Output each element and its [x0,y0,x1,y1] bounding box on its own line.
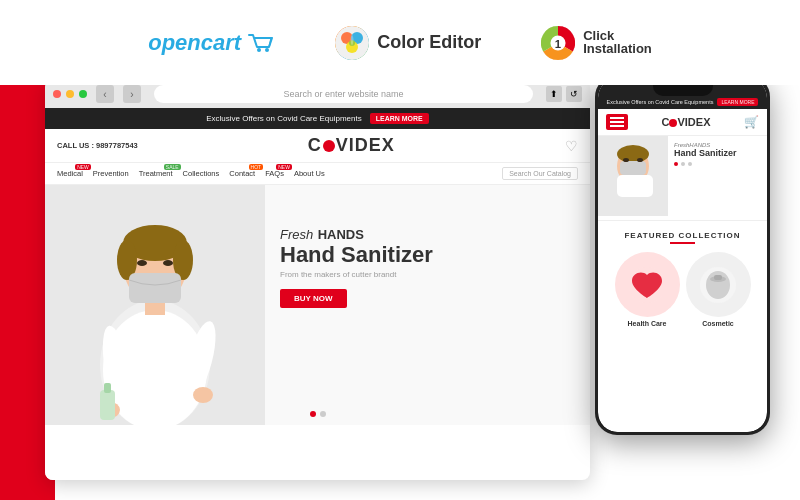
menu-bar-1 [610,117,624,119]
svg-point-19 [137,260,147,266]
store-nav: MedicalNEW Prevention TreatmentSALE Coll… [45,163,590,185]
mobile-store-logo: CVIDEX [662,116,711,128]
mobile-products-row: Health Care Cosmetic [606,252,759,327]
one-click-line1: Click [583,29,652,42]
logo-rest: VIDEX [336,135,395,156]
hero-product-name: Hand Sanitizer [280,243,433,267]
hero-carousel-dots [310,411,326,417]
svg-point-1 [265,48,269,52]
svg-point-20 [163,260,173,266]
one-click-line2: Installation [583,42,652,56]
store-announcement-bar: Exclusive Offers on Covid Care Equipment… [45,108,590,129]
svg-point-0 [257,48,261,52]
mobile-hero-image [598,136,668,216]
mobile-logo-dot [669,119,677,127]
menu-bar-2 [610,121,624,123]
nav-faqs[interactable]: FAQsNEW [265,169,284,178]
svg-point-34 [637,158,643,162]
browser-action-btns: ⬆ ↺ [546,86,582,102]
color-editor-text: Color Editor [377,32,481,53]
nav-search-box[interactable]: Search Our Catalog [502,167,578,180]
mobile-dot-1 [674,162,678,166]
mobile-header: CVIDEX 🛒 [598,109,767,136]
badge-hot-contact: HOT [249,164,264,170]
mobile-product-cosmetic: Cosmetic [686,252,751,327]
store-phone: CALL US : 9897787543 [57,141,138,150]
svg-rect-25 [100,390,115,420]
close-dot [53,90,61,98]
one-click-logo: 1 Click Installation [541,26,652,60]
badge-new-faqs: NEW [276,164,292,170]
nav-collections[interactable]: Collections [183,169,220,178]
nav-treatment[interactable]: TreatmentSALE [139,169,173,178]
mobile-hero-dots [674,162,761,166]
mobile-hero-content: FreshHANDS Hand Sanitizer [668,136,767,216]
wishlist-icon: ♡ [565,138,578,154]
mobile-learn-more-btn[interactable]: LEARN MORE [717,98,758,106]
svg-rect-31 [617,175,653,197]
mobile-product-label-health: Health Care [615,320,680,327]
mobile-dot-3 [688,162,692,166]
badge-sale-treatment: SALE [164,164,181,170]
maximize-dot [79,90,87,98]
share-btn: ⬆ [546,86,562,102]
mobile-hero-section: FreshHANDS Hand Sanitizer [598,136,767,216]
mobile-screen: Exclusive Offers on Covid Care Equipment… [598,78,767,432]
mobile-mockup: Exclusive Offers on Covid Care Equipment… [595,75,770,435]
one-click-text-block: Click Installation [583,29,652,56]
hero-fresh: Fresh [280,227,313,242]
nav-prevention[interactable]: Prevention [93,169,129,178]
hero-hands: HANDS [318,227,364,242]
opencart-text: opencart [148,30,241,56]
minimize-dot [66,90,74,98]
svg-text:1: 1 [555,37,561,49]
cosmetic-svg [698,265,738,305]
svg-point-29 [617,145,649,163]
back-btn: ‹ [96,85,114,103]
store-hero: Fresh HANDS Hand Sanitizer From the make… [45,185,590,425]
svg-rect-32 [620,161,646,175]
mobile-dot-2 [681,162,685,166]
mobile-featured-section: FEATURED COLLECTION Health Care [598,225,767,333]
badge-new-medical: NEW [75,164,91,170]
mobile-product-health-care: Health Care [615,252,680,327]
section-divider [598,220,767,221]
nav-medical[interactable]: MedicalNEW [57,169,83,178]
main-banner: opencart Color Editor [0,0,800,500]
health-care-svg [627,265,667,305]
mobile-product-label-cosmetic: Cosmetic [686,320,751,327]
one-click-icon: 1 [541,26,575,60]
hero-text-block: Fresh HANDS Hand Sanitizer From the make… [265,225,433,308]
forward-btn: › [123,85,141,103]
announcement-text: Exclusive Offers on Covid Care Equipment… [206,114,361,123]
hero-person-image [45,185,265,425]
mobile-cart-icon: 🛒 [744,115,759,129]
desktop-browser-mockup: ‹ › Search or enter website name ⬆ ↺ Exc… [45,80,590,480]
hero-dot-2 [320,411,326,417]
nav-about[interactable]: About Us [294,169,325,178]
svg-rect-18 [129,273,181,303]
logo-circle [323,140,335,152]
hero-subtext: From the makers of cutter brandt [280,270,433,279]
mobile-product-img-health [615,252,680,317]
hero-buy-now-button[interactable]: BUY NOW [280,289,347,308]
mobile-product-img-cosmetic [686,252,751,317]
color-editor-logo: Color Editor [335,26,481,60]
mobile-menu-button[interactable] [606,114,628,130]
header-logos-row: opencart Color Editor [0,0,800,85]
hero-fresh-text: Fresh HANDS [280,225,433,243]
logo-c: C [308,135,322,156]
url-bar: Search or enter website name [154,85,533,103]
store-logo: C VIDEX [308,135,395,156]
learn-more-button[interactable]: LEARN MORE [370,113,429,124]
store-website: Exclusive Offers on Covid Care Equipment… [45,108,590,480]
color-editor-icon [335,26,369,60]
mobile-hero-person-svg [598,136,668,216]
svg-point-33 [623,158,629,162]
reload-btn: ↺ [566,86,582,102]
opencart-logo: opencart [148,30,275,56]
cart-icon [247,33,275,53]
nav-contact[interactable]: ContactHOT [229,169,255,178]
hero-person-svg [45,185,265,425]
mobile-hero-product-name: Hand Sanitizer [674,148,761,158]
